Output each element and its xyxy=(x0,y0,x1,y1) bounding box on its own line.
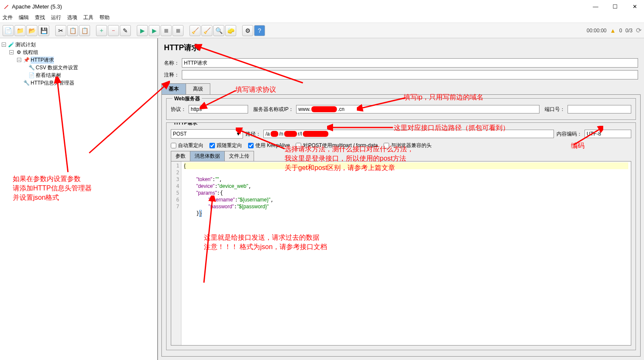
warning-icon[interactable]: ▲ xyxy=(610,27,616,34)
panel-title: HTTP请求 xyxy=(158,38,644,57)
close-button[interactable]: ✕ xyxy=(629,2,641,11)
server-input[interactable]: www. .cn xyxy=(296,105,539,113)
tab-advanced[interactable]: 高级 xyxy=(186,83,210,94)
cut-button[interactable]: ✂ xyxy=(55,25,66,36)
subtab-files[interactable]: 文件上传 xyxy=(224,151,254,161)
name-label: 名称： xyxy=(164,60,179,67)
chevron-down-icon: ▼ xyxy=(236,131,241,137)
wrench-icon: 🔧 xyxy=(28,64,35,71)
toggle-button[interactable]: ✎ xyxy=(120,25,131,36)
open-button[interactable]: 📂 xyxy=(26,25,37,36)
path-input[interactable]: /a /n r/l xyxy=(263,130,554,138)
tree-group-label: 线程组 xyxy=(23,49,38,56)
multipart-checkbox[interactable]: 对POST使用multipart / form-data xyxy=(296,142,378,149)
path-label: 路径： xyxy=(246,130,261,138)
name-input[interactable] xyxy=(182,58,638,68)
menu-file[interactable]: 文件 xyxy=(3,14,13,21)
clear-button[interactable]: 🧹 xyxy=(189,25,201,36)
search-button[interactable]: 🔍 xyxy=(213,25,224,36)
code-area[interactable]: { "token":"", "device":"device_web", "pa… xyxy=(181,162,631,345)
tree-csv-config[interactable]: 🔧 CSV 数据文件设置 xyxy=(2,64,155,71)
redacted xyxy=(284,131,297,137)
help-button[interactable]: ? xyxy=(254,25,265,36)
tree-view-results[interactable]: 📄 察看结果树 xyxy=(2,71,155,79)
copy-button[interactable]: 📋 xyxy=(67,25,78,36)
tree-item-label: HTTP信息头管理器 xyxy=(31,79,74,87)
window-title: Apache JMeter (5.3) xyxy=(12,3,62,10)
protocol-input[interactable] xyxy=(189,105,248,113)
tree-header-manager[interactable]: 🔧 HTTP信息头管理器 xyxy=(2,79,155,87)
paste-button[interactable]: 📋 xyxy=(79,25,90,36)
menu-edit[interactable]: 编辑 xyxy=(19,14,29,21)
wrench-icon: 🔧 xyxy=(23,79,30,86)
app-icon xyxy=(3,3,9,9)
menu-run[interactable]: 运行 xyxy=(51,14,61,21)
encoding-label: 内容编码： xyxy=(556,130,582,138)
tree-item-label: 察看结果树 xyxy=(36,72,61,79)
tab-basic[interactable]: 基本 xyxy=(161,83,186,94)
pipette-icon: 📌 xyxy=(23,57,30,63)
protocol-label: 协议： xyxy=(171,106,186,113)
gc-icon[interactable]: ⟳ xyxy=(636,26,641,34)
web-server-fieldset: Web服务器 协议： 服务器名称或IP： www. .cn 端口号： xyxy=(166,98,636,120)
encoding-input[interactable] xyxy=(585,130,631,138)
reset-search-button[interactable]: 🧽 xyxy=(225,25,236,36)
collapse-button[interactable]: － xyxy=(108,25,119,36)
tree-thread-group[interactable]: – ⚙ 线程组 xyxy=(2,48,155,56)
toggle-icon[interactable]: – xyxy=(17,58,21,62)
menu-search[interactable]: 查找 xyxy=(35,14,45,21)
gear-icon: ⚙ xyxy=(15,49,22,56)
stop-button[interactable]: ⏹ xyxy=(161,25,172,36)
method-value: POST xyxy=(173,131,187,137)
body-editor[interactable]: 1234567 { "token":"", "device":"device_w… xyxy=(171,161,631,346)
expand-button[interactable]: ＋ xyxy=(96,25,107,36)
start-no-pause-button[interactable]: ▶ xyxy=(149,25,160,36)
titlebar: Apache JMeter (5.3) — ☐ ✕ xyxy=(0,0,644,13)
toggle-icon[interactable]: – xyxy=(9,50,14,54)
function-helper-button[interactable]: ⚙ xyxy=(242,25,253,36)
shutdown-button[interactable]: ⏹ xyxy=(172,25,184,36)
tree-http-request[interactable]: – 📌 HTTP请求 xyxy=(2,56,155,64)
line-gutter: 1234567 xyxy=(171,162,181,345)
thread-count: 0/3 xyxy=(625,28,633,34)
start-button[interactable]: ▶ xyxy=(137,25,148,36)
elapsed-time: 00:00:00 xyxy=(587,28,607,34)
http-request-fieldset: HTTP请求 POST ▼ 路径： /a /n r/l xyxy=(166,122,636,350)
comment-input[interactable] xyxy=(182,70,638,79)
maximize-button[interactable]: ☐ xyxy=(609,2,621,11)
flask-icon: 🧪 xyxy=(8,41,14,48)
warning-count: 0 xyxy=(619,28,622,34)
tree-item-label: HTTP请求 xyxy=(31,57,54,64)
method-select[interactable]: POST ▼ xyxy=(171,129,243,139)
menu-tools[interactable]: 工具 xyxy=(83,14,93,21)
server-label: 服务器名称或IP： xyxy=(253,106,294,113)
clear-all-button[interactable]: 🧹 xyxy=(201,25,212,36)
subtab-params[interactable]: 参数 xyxy=(171,151,190,161)
menubar: 文件 编辑 查找 运行 选项 工具 帮助 xyxy=(0,13,644,23)
subtab-body[interactable]: 消息体数据 xyxy=(190,151,225,161)
keepalive-checkbox[interactable]: 使用 KeepAlive xyxy=(248,142,290,149)
tree-root[interactable]: – 🧪 测试计划 xyxy=(2,41,155,48)
http-request-legend: HTTP请求 xyxy=(172,122,633,127)
new-button[interactable]: 📄 xyxy=(3,25,14,36)
templates-button[interactable]: 📁 xyxy=(14,25,25,36)
redacted xyxy=(311,106,337,112)
web-server-legend: Web服务器 xyxy=(172,95,202,102)
comment-label: 注释： xyxy=(164,71,179,79)
follow-redirect-checkbox[interactable]: 跟随重定向 xyxy=(209,142,242,149)
toolbar: 📄 📁 📂 💾 ✂ 📋 📋 ＋ － ✎ ▶ ▶ ⏹ ⏹ 🧹 🧹 🔍 🧽 ⚙ ? … xyxy=(0,23,644,38)
auto-redirect-checkbox[interactable]: 自动重定向 xyxy=(171,142,203,149)
toggle-icon[interactable]: – xyxy=(2,43,6,47)
minimize-button[interactable]: — xyxy=(590,2,602,11)
test-plan-tree[interactable]: – 🧪 测试计划 – ⚙ 线程组 – 📌 HTTP请求 🔧 CSV 数据文件设置… xyxy=(0,38,158,360)
port-input[interactable] xyxy=(568,105,631,113)
menu-options[interactable]: 选项 xyxy=(67,14,77,21)
port-label: 端口号： xyxy=(545,106,565,113)
tree-root-label: 测试计划 xyxy=(15,41,36,48)
config-panel: HTTP请求 名称： 注释： 基本 高级 Web服务器 协议： 服务器名称或IP… xyxy=(158,38,644,360)
menu-help[interactable]: 帮助 xyxy=(99,14,110,21)
redacted xyxy=(303,131,328,137)
page-icon: 📄 xyxy=(28,72,35,79)
save-button[interactable]: 💾 xyxy=(38,25,49,36)
browser-headers-checkbox[interactable]: 与浏览器兼容的头 xyxy=(384,142,432,149)
